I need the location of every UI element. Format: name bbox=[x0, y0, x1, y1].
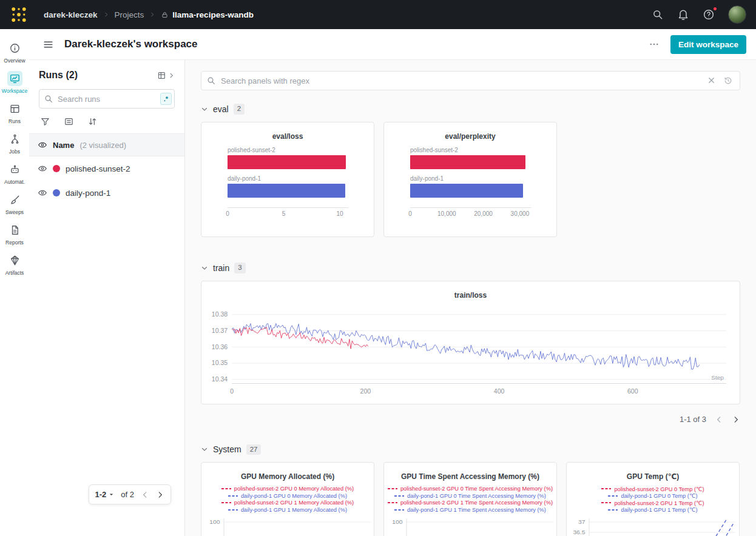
runs-pagination: 1-2 of 2 bbox=[89, 484, 171, 504]
legend-line-marker bbox=[601, 501, 611, 504]
bar bbox=[410, 184, 523, 198]
panel-title: train/loss bbox=[208, 291, 734, 300]
svg-text:10.36: 10.36 bbox=[212, 343, 228, 350]
next-panel-page-button[interactable] bbox=[732, 415, 740, 424]
name-column-header[interactable]: Name bbox=[53, 141, 74, 150]
help-icon[interactable] bbox=[703, 8, 715, 21]
gpu-temp-mini-chart: 3736.5 bbox=[567, 516, 739, 536]
section-name: System bbox=[213, 444, 241, 454]
jobs-fork-icon bbox=[7, 132, 22, 147]
group-list-icon[interactable] bbox=[64, 116, 74, 127]
panel-search-input[interactable] bbox=[201, 71, 740, 90]
sidebar-item-jobs[interactable]: Jobs bbox=[0, 130, 29, 156]
avatar[interactable] bbox=[728, 5, 746, 24]
svg-text:100: 100 bbox=[392, 518, 403, 525]
chart-legend: polished-sunset-2 GPU 0 Temp (℃)daily-po… bbox=[567, 485, 739, 513]
clear-search-icon[interactable] bbox=[707, 76, 716, 85]
panels-workspace: eval 2 eval/loss polished-sunset-2daily-… bbox=[185, 60, 756, 536]
legend-item[interactable]: daily-pond-1 GPU 1 Time Spent Accessing … bbox=[384, 506, 556, 514]
regex-toggle[interactable]: .* bbox=[160, 93, 172, 105]
x-tick-label: 30,000 bbox=[511, 210, 530, 217]
run-row-polished-sunset-2[interactable]: polished-sunset-2 bbox=[29, 156, 184, 181]
wandb-logo[interactable] bbox=[10, 5, 28, 24]
breadcrumb-user[interactable]: darek-kleczek bbox=[44, 10, 98, 19]
legend-item[interactable]: polished-sunset-2 GPU 1 Temp (℃) bbox=[567, 500, 739, 507]
legend-item[interactable]: daily-pond-1 GPU 0 Memory Allocated (%) bbox=[201, 492, 374, 500]
x-axis: 0510 bbox=[228, 207, 348, 219]
overview-info-icon bbox=[7, 41, 22, 56]
legend-item[interactable]: daily-pond-1 GPU 0 Temp (℃) bbox=[567, 492, 739, 500]
legend-item[interactable]: polished-sunset-2 GPU 0 Memory Allocated… bbox=[201, 485, 374, 492]
x-tick-label: 5 bbox=[282, 210, 286, 217]
breadcrumb-chevron-icon bbox=[103, 12, 109, 18]
legend-line-marker bbox=[388, 487, 397, 491]
panel-train-loss[interactable]: train/loss 10.3410.3510.3610.3710.380200… bbox=[201, 281, 740, 404]
breadcrumb-projects[interactable]: Projects bbox=[115, 10, 144, 19]
run-color-dot bbox=[53, 165, 60, 172]
sidebar-item-overview[interactable]: Overview bbox=[0, 39, 29, 65]
svg-text:10.38: 10.38 bbox=[212, 311, 228, 318]
more-options-icon[interactable] bbox=[649, 39, 660, 50]
x-tick-label: 0 bbox=[408, 210, 412, 217]
gpu-time-mini-chart: 100 bbox=[384, 516, 556, 536]
prev-panel-page-button[interactable] bbox=[715, 415, 723, 424]
legend-item[interactable]: polished-sunset-2 GPU 0 Temp (℃) bbox=[567, 485, 739, 492]
gpu-memory-mini-chart: 100 bbox=[201, 516, 374, 536]
legend-line-marker bbox=[388, 501, 397, 504]
prev-page-button[interactable] bbox=[141, 491, 149, 499]
page-size-dropdown[interactable]: 1-2 bbox=[95, 490, 115, 499]
legend-item[interactable]: polished-sunset-2 GPU 1 Memory Allocated… bbox=[201, 500, 374, 507]
sidebar-item-reports[interactable]: Reports bbox=[0, 221, 29, 247]
runs-search-input[interactable] bbox=[39, 89, 175, 109]
section-train-header[interactable]: train 3 bbox=[201, 263, 740, 273]
legend-item[interactable]: polished-sunset-2 GPU 1 Time Spent Acces… bbox=[384, 500, 556, 507]
sidebar-item-artifacts[interactable]: Artifacts bbox=[0, 251, 29, 278]
bar-run-label: daily-pond-1 bbox=[228, 175, 348, 182]
legend-label: daily-pond-1 GPU 0 Time Spent Accessing … bbox=[407, 493, 546, 499]
svg-text:36.5: 36.5 bbox=[573, 529, 586, 535]
menu-hamburger-icon[interactable] bbox=[42, 39, 54, 50]
filter-funnel-icon[interactable] bbox=[40, 116, 50, 127]
next-page-button[interactable] bbox=[156, 491, 164, 499]
section-name: train bbox=[213, 263, 229, 273]
sidebar-item-runs[interactable]: Runs bbox=[0, 99, 29, 126]
search-icon[interactable] bbox=[652, 8, 664, 21]
legend-item[interactable]: daily-pond-1 GPU 0 Time Spent Accessing … bbox=[384, 492, 556, 500]
breadcrumb-project[interactable]: llama-recipes-wandb bbox=[161, 10, 254, 19]
svg-text:Step: Step bbox=[711, 374, 724, 380]
section-system-header[interactable]: System 27 bbox=[201, 444, 740, 455]
panel-gpu-memory[interactable]: GPU Memory Allocated (%) polished-sunset… bbox=[201, 462, 374, 536]
broom-icon bbox=[7, 192, 22, 207]
legend-line-marker bbox=[394, 508, 404, 512]
sort-icon[interactable] bbox=[87, 116, 98, 127]
section-count-badge: 2 bbox=[234, 104, 245, 115]
panel-gpu-time-accessing-memory[interactable]: GPU Time Spent Accessing Memory (%) poli… bbox=[383, 462, 557, 536]
run-row-daily-pond-1[interactable]: daily-pond-1 bbox=[29, 181, 184, 205]
breadcrumb-chevron-icon bbox=[149, 12, 155, 18]
sidebar-item-label: Artifacts bbox=[5, 270, 24, 276]
legend-item[interactable]: polished-sunset-2 GPU 0 Time Spent Acces… bbox=[384, 485, 556, 492]
eye-icon[interactable] bbox=[38, 188, 47, 198]
panel-eval-perplexity[interactable]: eval/perplexity polished-sunset-2daily-p… bbox=[383, 122, 557, 237]
panel-eval-loss[interactable]: eval/loss polished-sunset-2daily-pond-10… bbox=[201, 122, 374, 237]
chevron-down-icon bbox=[201, 446, 208, 453]
eye-icon[interactable] bbox=[38, 164, 47, 173]
section-eval-header[interactable]: eval 2 bbox=[201, 104, 740, 115]
runs-table-icon bbox=[7, 101, 22, 116]
notifications-bell-icon[interactable] bbox=[677, 8, 689, 21]
sidebar-item-label: Overview bbox=[4, 58, 25, 64]
legend-item[interactable]: daily-pond-1 GPU 1 Temp (℃) bbox=[567, 506, 739, 514]
sidebar-item-sweeps[interactable]: Sweeps bbox=[0, 190, 29, 217]
search-icon bbox=[44, 94, 53, 104]
legend-item[interactable]: daily-pond-1 GPU 1 Memory Allocated (%) bbox=[201, 506, 374, 514]
edit-workspace-button[interactable]: Edit workspace bbox=[670, 35, 746, 54]
expand-runs-table-button[interactable] bbox=[157, 70, 175, 81]
history-icon[interactable] bbox=[723, 76, 733, 85]
svg-text:37: 37 bbox=[578, 518, 586, 525]
topbar-actions bbox=[652, 5, 746, 24]
legend-label: daily-pond-1 GPU 1 Time Spent Accessing … bbox=[407, 507, 546, 513]
sidebar-item-workspace[interactable]: Workspace bbox=[0, 69, 29, 96]
visibility-eye-icon[interactable] bbox=[38, 140, 47, 150]
sidebar-item-automations[interactable]: Automat. bbox=[0, 160, 29, 187]
panel-gpu-temp[interactable]: GPU Temp (℃) polished-sunset-2 GPU 0 Tem… bbox=[566, 462, 740, 536]
